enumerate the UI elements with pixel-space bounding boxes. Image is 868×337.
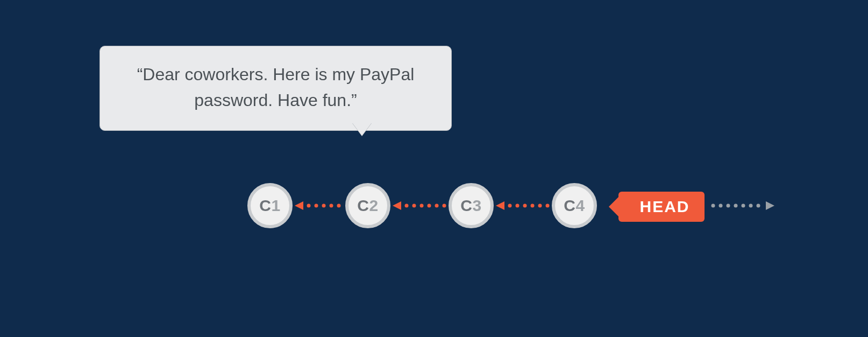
head-pointer-tag: HEAD (618, 192, 705, 222)
parent-arrow-icon (393, 201, 446, 210)
svg-point-1 (307, 204, 311, 208)
bubble-tail-icon (352, 123, 372, 136)
svg-point-24 (742, 204, 745, 208)
svg-point-7 (405, 204, 409, 208)
commit-number: 1 (271, 196, 280, 215)
svg-point-9 (420, 204, 424, 208)
svg-point-12 (443, 204, 446, 208)
commit-node-c4: C4 (552, 183, 597, 228)
commit-node-c3: C3 (449, 183, 494, 228)
commit-prefix: C (259, 196, 271, 215)
svg-marker-27 (766, 201, 774, 210)
svg-point-16 (523, 204, 527, 208)
svg-point-5 (337, 204, 341, 208)
svg-point-4 (330, 204, 333, 208)
svg-point-8 (412, 204, 416, 208)
svg-point-3 (322, 204, 326, 208)
parent-arrow-icon (295, 201, 343, 210)
svg-marker-13 (496, 201, 504, 210)
commit-history-row: C1 C2 C3 (0, 183, 868, 231)
commit-prefix: C (357, 196, 369, 215)
svg-marker-0 (295, 201, 303, 210)
svg-point-26 (757, 204, 760, 208)
commit-number: 3 (472, 196, 481, 215)
svg-point-15 (516, 204, 520, 208)
commit-number: 2 (369, 196, 378, 215)
svg-point-11 (435, 204, 439, 208)
svg-point-14 (508, 204, 512, 208)
commit-node-c2: C2 (345, 183, 390, 228)
head-label: HEAD (639, 198, 689, 216)
svg-point-20 (712, 204, 715, 208)
commit-message-text: “Dear coworkers. Here is my PayPal passw… (137, 65, 415, 110)
commit-number: 4 (575, 196, 585, 215)
svg-point-19 (546, 204, 550, 208)
svg-point-25 (749, 204, 753, 208)
svg-marker-6 (393, 201, 401, 210)
commit-prefix: C (460, 196, 472, 215)
svg-point-22 (727, 204, 730, 208)
svg-point-2 (315, 204, 318, 208)
svg-point-23 (734, 204, 738, 208)
commit-prefix: C (564, 196, 575, 215)
future-arrow-icon (710, 201, 774, 210)
parent-arrow-icon (496, 201, 550, 210)
commit-message-bubble: “Dear coworkers. Here is my PayPal passw… (99, 46, 452, 131)
commit-node-c1: C1 (247, 183, 293, 228)
svg-point-18 (538, 204, 542, 208)
svg-point-10 (428, 204, 431, 208)
svg-point-21 (719, 204, 723, 208)
svg-point-17 (531, 204, 535, 208)
